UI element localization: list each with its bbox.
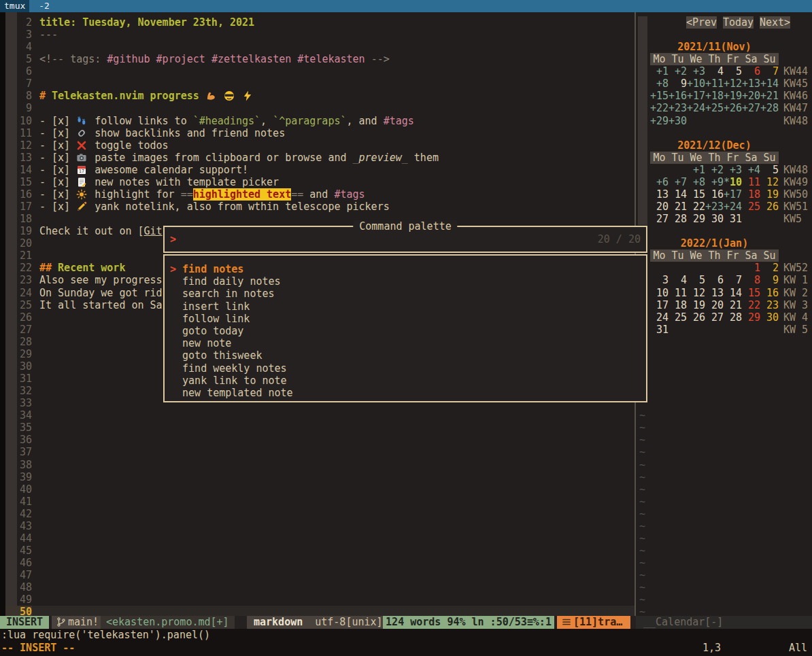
calendar-day[interactable]: +12 [724, 77, 742, 90]
editor-line[interactable]: 16- [x] highlight for ==highlighted text… [5, 188, 635, 201]
calendar-day[interactable]: 24 [650, 311, 669, 324]
calendar-day[interactable]: +3 [724, 164, 742, 176]
editor-line[interactable]: 36 [5, 434, 635, 446]
calendar-day[interactable]: +18 [705, 90, 724, 102]
calendar-day[interactable]: 9 [760, 274, 779, 286]
calendar-day[interactable]: 1 [742, 262, 760, 274]
calendar-day[interactable]: 8 [742, 274, 760, 286]
palette-item[interactable]: search in notes [165, 288, 646, 300]
editor-line[interactable]: 37 [5, 446, 635, 458]
calendar-day[interactable]: 20 [705, 299, 724, 311]
calendar-day[interactable]: +2 [669, 65, 687, 77]
calendar-day[interactable]: +3 [687, 65, 705, 77]
calendar-day[interactable]: 5 [687, 274, 705, 286]
calendar-day[interactable]: 3 [650, 274, 669, 286]
calendar-day[interactable]: +8 [687, 176, 705, 188]
calendar-day[interactable]: 18 [742, 188, 760, 201]
calendar-day[interactable]: 31 [724, 213, 742, 225]
calendar-day[interactable]: +1 [687, 164, 705, 176]
calendar-day[interactable]: 5 [760, 164, 779, 176]
calendar-day[interactable]: 17 [650, 299, 669, 311]
calendar-day[interactable]: 14 [724, 287, 742, 299]
palette-item[interactable]: goto today [165, 325, 646, 337]
calendar-day[interactable]: 26 [760, 201, 779, 213]
calendar-day[interactable]: 4 [669, 274, 687, 286]
calendar-today-button[interactable]: Today [723, 16, 754, 29]
editor-line[interactable]: 35 [5, 421, 635, 434]
calendar-day[interactable]: +24 [687, 102, 705, 114]
editor-line[interactable]: 8# Telekasten.nvim progress [5, 90, 635, 102]
calendar-day[interactable]: 25 [742, 201, 760, 213]
calendar-day[interactable]: +23 [669, 102, 687, 114]
editor-line[interactable]: 12- [x] toggle todos [5, 139, 635, 152]
calendar-day[interactable]: +25 [705, 102, 724, 114]
palette-item[interactable]: find daily notes [165, 275, 646, 288]
calendar-prev-button[interactable]: <Prev [686, 16, 717, 29]
calendar-day[interactable]: +9 [705, 176, 724, 188]
calendar-day[interactable]: 21 [724, 299, 742, 311]
calendar-day[interactable]: 7 [724, 274, 742, 286]
calendar-day[interactable]: 15 [742, 287, 760, 299]
calendar-day[interactable]: 22 [742, 299, 760, 311]
calendar-day[interactable]: 23 [760, 299, 779, 311]
calendar-day[interactable]: +17 [687, 90, 705, 102]
calendar-day[interactable]: 19 [760, 188, 779, 201]
calendar-day[interactable]: 16 [760, 287, 779, 299]
calendar-day[interactable]: +23 [705, 201, 724, 213]
editor-line[interactable]: 17- [x] yank notelink, also from wthin t… [5, 201, 635, 213]
calendar-day[interactable]: +16 [669, 90, 687, 102]
calendar-day[interactable]: +30 [669, 115, 687, 127]
calendar-day[interactable]: 13 [650, 188, 669, 201]
editor-line[interactable]: 13- [x] paste images from clipboard or b… [5, 152, 635, 164]
editor-line[interactable]: 34 [5, 409, 635, 421]
calendar-day[interactable]: 30 [760, 311, 779, 324]
editor-line[interactable]: 45 [5, 545, 635, 557]
calendar-day[interactable]: 27 [650, 213, 669, 225]
editor-line[interactable]: 6 [5, 65, 635, 77]
tmux-session-tab[interactable]: tmux [0, 0, 29, 12]
editor-line[interactable]: 48 [5, 581, 635, 593]
calendar-day[interactable]: +1 [650, 65, 669, 77]
palette-item[interactable]: yank link to note [165, 375, 646, 387]
calendar-day[interactable]: 28 [669, 213, 687, 225]
calendar-day[interactable]: 27 [705, 311, 724, 324]
calendar-day[interactable]: +19 [724, 90, 742, 102]
editor-line[interactable]: 4 [5, 41, 635, 53]
calendar-day[interactable]: 31 [650, 324, 669, 336]
editor-line[interactable]: 43 [5, 520, 635, 532]
editor-line[interactable]: 47 [5, 569, 635, 581]
editor-line[interactable]: 11- [x] show backlinks and friend notes [5, 127, 635, 139]
calendar-day[interactable]: 16 [705, 188, 724, 201]
calendar-day[interactable]: 29 [687, 213, 705, 225]
calendar-day[interactable]: 19 [687, 299, 705, 311]
palette-prompt[interactable]: > 20 / 20 [165, 227, 646, 252]
editor-line[interactable]: 38 [5, 459, 635, 471]
calendar-day[interactable]: +2 [705, 164, 724, 176]
palette-item[interactable]: goto thisweek [165, 349, 646, 362]
editor-line[interactable]: 10- [x] follow links to `#headings`, `^p… [5, 115, 635, 127]
editor-line[interactable]: 41 [5, 496, 635, 508]
editor-line[interactable]: 2title: Tuesday, November 23th, 2021 [5, 16, 635, 29]
calendar-day[interactable]: +15 [650, 90, 669, 102]
calendar-day[interactable]: +20 [742, 90, 760, 102]
calendar-day[interactable]: +11 [705, 77, 724, 90]
command-line[interactable]: :lua require('telekasten').panel() [1, 629, 811, 642]
calendar-day[interactable]: 21 [669, 201, 687, 213]
calendar-day[interactable]: 5 [724, 65, 742, 77]
editor-line[interactable]: 44 [5, 532, 635, 545]
calendar-day[interactable]: +4 [742, 164, 760, 176]
palette-item[interactable]: new templated note [165, 387, 646, 399]
calendar-day[interactable]: +22 [650, 102, 669, 114]
calendar-day[interactable]: 14 [669, 188, 687, 201]
editor-line[interactable]: 46 [5, 557, 635, 569]
palette-item[interactable]: new note [165, 337, 646, 349]
calendar-day[interactable]: +27 [742, 102, 760, 114]
calendar-day[interactable]: 18 [669, 299, 687, 311]
calendar-day[interactable]: 22 [687, 201, 705, 213]
editor-line[interactable]: 7 [5, 77, 635, 90]
editor-line[interactable]: 9 [5, 102, 635, 114]
calendar-next-button[interactable]: Next> [760, 16, 790, 29]
calendar-day[interactable]: +14 [760, 77, 779, 90]
calendar-day[interactable]: 2 [760, 262, 779, 274]
editor-line[interactable]: 3--- [5, 29, 635, 41]
